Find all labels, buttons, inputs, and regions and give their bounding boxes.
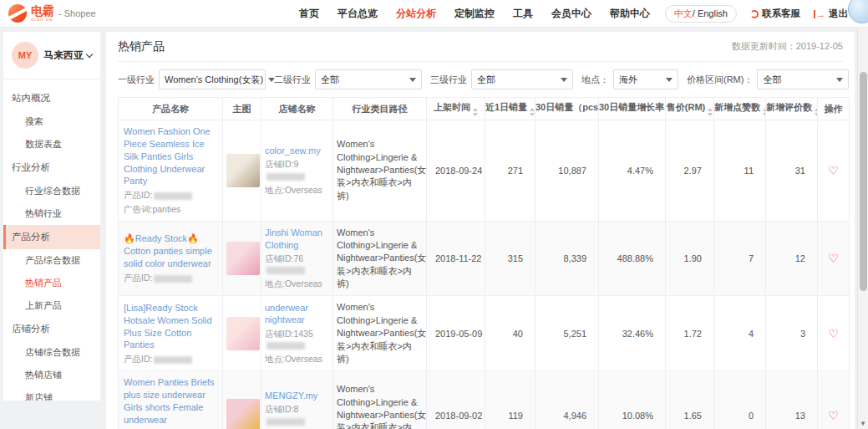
column-header-操作: 操作 — [818, 98, 850, 120]
sort-icon[interactable] — [763, 108, 766, 116]
store-id-line: 店铺ID:8 — [265, 404, 329, 426]
logout-button[interactable]: →退出 — [814, 8, 848, 20]
caret-down-icon — [409, 78, 416, 82]
favorite-heart-icon[interactable]: ♡ — [828, 327, 839, 340]
sort-icon[interactable] — [708, 108, 713, 116]
filter-select-地点：[interactable]: 海外 — [613, 69, 678, 89]
column-header-新增点赞数[interactable]: 新增点赞数 — [714, 98, 766, 120]
sort-icon[interactable] — [473, 108, 478, 116]
filter-group: 价格区间(RM)：全部 — [687, 69, 849, 89]
language-en: / English — [693, 8, 728, 18]
product-name-link[interactable]: Women Panties Briefs plus size underwear… — [124, 376, 217, 426]
sidebar-item-搜索[interactable]: 搜索 — [3, 110, 100, 133]
new-reviews-cell: 12 — [766, 221, 818, 296]
sidebar-item-热销行业[interactable]: 热销行业 — [3, 202, 100, 225]
sidebar-item-上新产品[interactable]: 上新产品 — [3, 294, 100, 317]
product-thumbnail[interactable] — [226, 154, 260, 187]
new-reviews-cell: 3 — [766, 296, 818, 371]
product-id-line: 产品ID: — [124, 354, 217, 365]
store-id-line: 店铺ID:1435 — [265, 329, 329, 351]
sidebar-item-店铺综合数据[interactable]: 店铺综合数据 — [3, 341, 100, 364]
price-cell: 1.90 — [666, 221, 714, 296]
brand-logo[interactable]: 电霸dian ba - Shopee — [8, 4, 96, 23]
sort-up-arrow — [473, 108, 478, 111]
column-label: 新增点赞数 — [714, 102, 760, 112]
product-name-cell: 🔥Ready Stock🔥 Cotton panties simple soli… — [119, 221, 223, 296]
nav-item-首页[interactable]: 首页 — [299, 7, 319, 21]
store-name-link[interactable]: color_sew.my — [265, 145, 329, 156]
sidebar-section-产品分析[interactable]: 产品分析 — [3, 225, 100, 249]
sidebar-item-新店铺[interactable]: 新店铺 — [3, 386, 100, 401]
product-thumbnail[interactable] — [226, 317, 260, 350]
filter-label: 地点： — [581, 74, 609, 86]
nav-item-平台总览[interactable]: 平台总览 — [338, 7, 378, 21]
column-header-售价(RM)[interactable]: 售价(RM) — [666, 98, 714, 120]
favorite-heart-icon[interactable]: ♡ — [828, 409, 839, 422]
sales-1d-cell: 119 — [485, 371, 536, 429]
column-label: 主图 — [233, 104, 251, 114]
product-name-cell: Women Fashion One Piece Seamless Ice Sil… — [119, 120, 223, 222]
favorite-heart-icon[interactable]: ♡ — [828, 164, 839, 177]
sidebar-section-店铺分析[interactable]: 店铺分析 — [3, 317, 100, 341]
product-name-link[interactable]: Women Fashion One Piece Seamless Ice Sil… — [124, 125, 217, 187]
column-header-新增评价数[interactable]: 新增评价数 — [766, 98, 818, 120]
store-name-link[interactable]: Jinshi Woman Clothing — [265, 227, 329, 251]
nav-item-会员中心[interactable]: 会员中心 — [551, 7, 591, 21]
sales-30d-cell: 4,946 — [536, 371, 599, 429]
main-nav: 首页平台总览分站分析定制监控工具会员中心帮助中心 — [299, 0, 650, 28]
scrollbar-thumb[interactable] — [860, 72, 867, 291]
favorite-heart-icon[interactable]: ♡ — [828, 252, 839, 265]
new-reviews-cell: 31 — [766, 120, 818, 222]
nav-item-帮助中心[interactable]: 帮助中心 — [610, 7, 650, 21]
listing-date-cell: 2019-05-09 — [427, 296, 485, 371]
product-image-cell — [223, 296, 261, 371]
action-cell: ♡ — [818, 221, 850, 296]
sidebar-section-站内概况[interactable]: 站内概况 — [3, 86, 100, 110]
sort-down-arrow — [530, 113, 535, 116]
sidebar-item-产品综合数据[interactable]: 产品综合数据 — [3, 249, 100, 272]
filter-select-三级行业[interactable]: 全部 — [471, 69, 573, 89]
nav-item-分站分析[interactable]: 分站分析 — [396, 7, 436, 21]
product-name-link[interactable]: [Lisa]Ready Stock Hotsale Women Solid Pl… — [124, 302, 217, 351]
product-image-cell — [223, 120, 261, 222]
column-header-30日销量增长率[interactable]: 30日销量增长率 — [599, 98, 666, 120]
store-name-link[interactable]: MENGZY.my — [265, 390, 329, 401]
sort-up-arrow — [530, 108, 535, 111]
nav-item-工具[interactable]: 工具 — [513, 7, 533, 21]
sort-icon[interactable] — [815, 108, 818, 116]
sidebar-item-行业综合数据[interactable]: 行业综合数据 — [3, 180, 100, 202]
language-toggle[interactable]: 中文/ English — [665, 5, 737, 23]
products-table: 产品名称主图店铺名称行业类目路径上架时间近1日销量30日销量（pcs）30日销量… — [118, 97, 850, 429]
nav-item-定制监控[interactable]: 定制监控 — [454, 7, 495, 21]
product-name-link[interactable]: 🔥Ready Stock🔥 Cotton panties simple soli… — [124, 232, 217, 270]
column-header-上架时间[interactable]: 上架时间 — [427, 98, 485, 120]
column-header-近1日销量[interactable]: 近1日销量 — [485, 98, 536, 120]
vertical-scrollbar[interactable]: ▼ — [857, 28, 868, 429]
sidebar-item-热销产品[interactable]: 热销产品 — [3, 272, 100, 294]
column-header-店铺名称: 店铺名称 — [261, 98, 333, 120]
table-row: 🔥Ready Stock🔥 Cotton panties simple soli… — [119, 221, 850, 296]
product-thumbnail[interactable] — [226, 242, 260, 275]
brand-name: 电霸dian ba — [31, 5, 54, 22]
sidebar-section-行业分析[interactable]: 行业分析 — [3, 156, 100, 180]
new-likes-cell: 11 — [714, 120, 766, 222]
product-name-cell: Women Panties Briefs plus size underwear… — [119, 371, 223, 429]
filter-select-二级行业[interactable]: 全部 — [315, 69, 422, 89]
store-name-link[interactable]: underwear nightwear — [265, 302, 329, 326]
column-header-30日销量（pcs）[interactable]: 30日销量（pcs） — [536, 98, 599, 120]
contact-support-button[interactable]: 联系客服 — [750, 8, 800, 20]
ad-keyword-line: 广告词:panties — [124, 204, 217, 216]
sidebar-item-热销店铺[interactable]: 热销店铺 — [3, 364, 100, 386]
sort-up-arrow — [815, 108, 818, 111]
filter-select-价格区间(RM)：[interactable]: 全部 — [757, 69, 849, 89]
sales-30d-cell: 10,887 — [536, 120, 599, 222]
region-selector[interactable]: 马来西亚 — [43, 49, 92, 63]
action-cell: ♡ — [818, 371, 850, 429]
product-thumbnail[interactable] — [226, 399, 260, 429]
sidebar-item-数据表盘[interactable]: 数据表盘 — [3, 133, 100, 156]
listing-date-cell: 2018-09-24 — [427, 120, 485, 222]
contact-support-label: 联系客服 — [762, 8, 800, 20]
sort-icon[interactable] — [530, 108, 535, 116]
filter-select-一级行业[interactable]: Women's Clothing(女装) — [159, 69, 266, 89]
scrollbar-down-arrow[interactable]: ▼ — [860, 420, 866, 427]
